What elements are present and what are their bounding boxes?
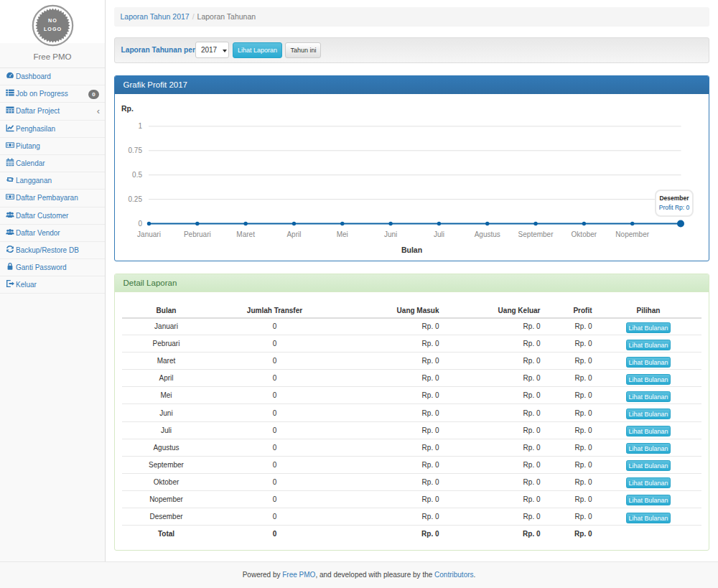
svg-text:Juni: Juni xyxy=(383,230,396,238)
svg-text:April: April xyxy=(286,230,301,238)
svg-text:NO: NO xyxy=(48,17,57,24)
svg-text:Maret: Maret xyxy=(236,230,255,238)
svg-text:Bulan: Bulan xyxy=(401,246,421,254)
svg-text:0: 0 xyxy=(138,220,142,228)
svg-text:Nopember: Nopember xyxy=(615,230,649,238)
svg-text:Mei: Mei xyxy=(336,230,348,238)
svg-text:Januari: Januari xyxy=(137,230,161,238)
svg-text:Pebruari: Pebruari xyxy=(183,230,210,238)
svg-text:Oktober: Oktober xyxy=(571,230,597,238)
svg-text:September: September xyxy=(518,230,554,238)
svg-text:Rp.: Rp. xyxy=(121,103,134,112)
svg-text:LOGO: LOGO xyxy=(43,26,61,32)
svg-text:0.25: 0.25 xyxy=(128,195,142,203)
svg-text:0.75: 0.75 xyxy=(128,146,142,154)
svg-text:Agustus: Agustus xyxy=(474,230,500,238)
svg-text:0.5: 0.5 xyxy=(132,171,142,179)
svg-text:Juli: Juli xyxy=(433,230,444,238)
svg-text:1: 1 xyxy=(138,122,142,130)
